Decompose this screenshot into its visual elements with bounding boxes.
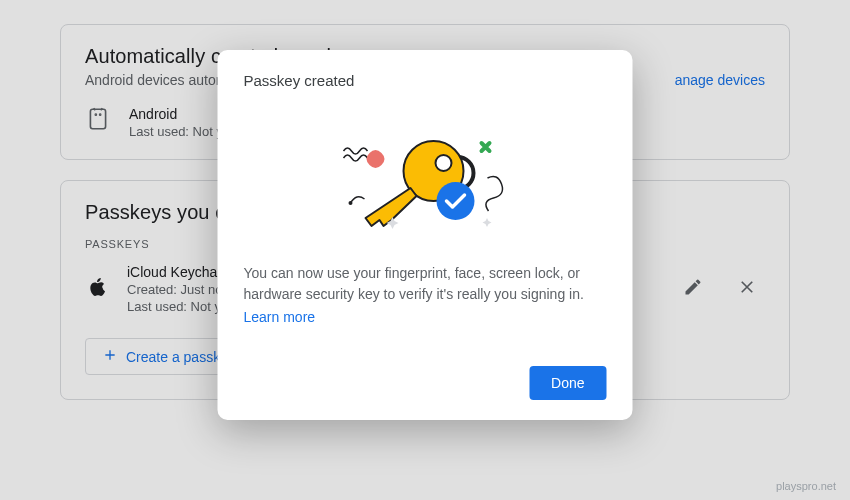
dialog-title: Passkey created bbox=[244, 72, 607, 89]
svg-rect-0 bbox=[90, 109, 105, 129]
watermark: playspro.net bbox=[776, 480, 836, 492]
learn-more-link[interactable]: Learn more bbox=[244, 307, 607, 328]
svg-point-7 bbox=[436, 182, 474, 220]
apple-icon bbox=[85, 275, 109, 303]
delete-passkey-button[interactable] bbox=[729, 271, 765, 307]
svg-point-2 bbox=[100, 114, 101, 115]
svg-point-3 bbox=[348, 201, 352, 205]
manage-devices-link[interactable]: anage devices bbox=[675, 72, 765, 88]
close-icon bbox=[738, 278, 756, 300]
dialog-body-text: You can now use your fingerprint, face, … bbox=[244, 265, 584, 302]
android-icon bbox=[85, 106, 111, 136]
dialog-footer: Done bbox=[244, 366, 607, 400]
android-name: Android bbox=[129, 106, 230, 122]
android-last-used: Last used: Not ye bbox=[129, 124, 230, 139]
svg-point-1 bbox=[95, 114, 96, 115]
done-button[interactable]: Done bbox=[529, 366, 606, 400]
plus-icon bbox=[102, 347, 118, 366]
edit-passkey-button[interactable] bbox=[675, 271, 711, 307]
key-illustration bbox=[244, 93, 607, 263]
passkey-created-dialog: Passkey created bbox=[218, 50, 633, 420]
android-device-info: Android Last used: Not ye bbox=[129, 106, 230, 139]
dialog-body: You can now use your fingerprint, face, … bbox=[244, 263, 607, 328]
pencil-icon bbox=[683, 277, 703, 301]
svg-point-6 bbox=[435, 155, 451, 171]
